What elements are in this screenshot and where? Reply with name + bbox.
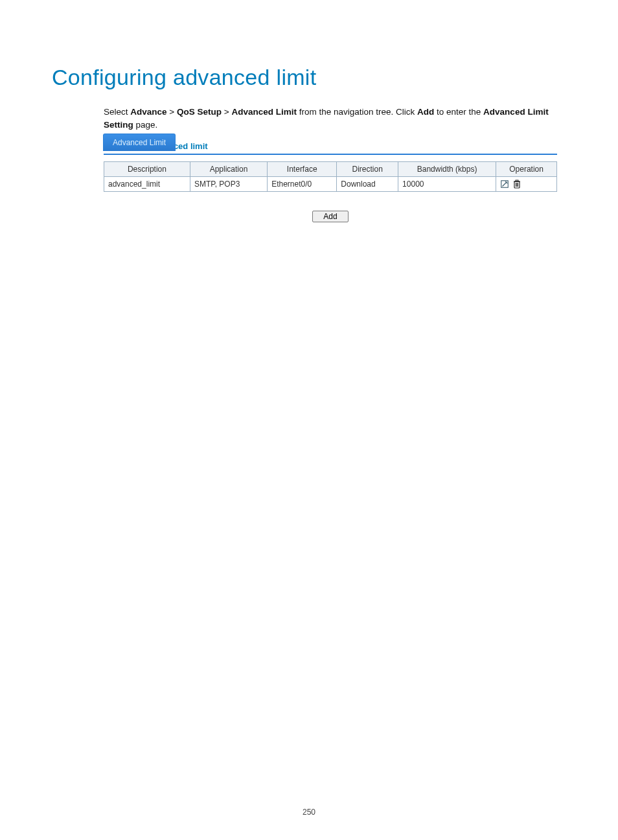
- cell-interface: Ethernet0/0: [268, 176, 337, 191]
- cell-application: SMTP, POP3: [190, 176, 267, 191]
- text: page.: [136, 120, 158, 130]
- edit-icon[interactable]: [500, 180, 509, 189]
- text: Select: [104, 107, 130, 117]
- cell-operation: [496, 176, 557, 191]
- breadcrumb-advanced-limit: Advanced Limit: [231, 107, 297, 117]
- cell-bandwidth: 10000: [398, 176, 496, 191]
- add-button[interactable]: Add: [312, 211, 348, 222]
- breadcrumb-qos-setup: QoS Setup: [177, 107, 222, 117]
- text: >: [169, 107, 177, 117]
- text: to enter the: [437, 107, 483, 117]
- page-title: Configuring advanced limit: [52, 65, 566, 90]
- document-page: Configuring advanced limit Select Advanc…: [0, 0, 618, 840]
- text: >: [224, 107, 232, 117]
- intro-paragraph: Select Advance > QoS Setup > Advanced Li…: [104, 106, 566, 132]
- col-interface: Interface: [268, 161, 337, 176]
- text-add: Add: [417, 107, 434, 117]
- page-number: 250: [0, 808, 618, 817]
- svg-rect-6: [516, 180, 518, 181]
- breadcrumb-advance: Advance: [130, 107, 166, 117]
- cell-description: advanced_limit: [104, 176, 190, 191]
- col-direction: Direction: [337, 161, 398, 176]
- delete-icon[interactable]: [513, 180, 521, 189]
- col-bandwidth: Bandwidth (kbps): [398, 161, 496, 176]
- tab-advanced-limit[interactable]: Advanced Limit: [103, 134, 176, 151]
- col-application: Application: [190, 161, 267, 176]
- cell-direction: Download: [337, 176, 398, 191]
- table-row: advanced_limit SMTP, POP3 Ethernet0/0 Do…: [104, 176, 557, 191]
- text: from the navigation tree. Click: [299, 107, 417, 117]
- col-operation: Operation: [496, 161, 557, 176]
